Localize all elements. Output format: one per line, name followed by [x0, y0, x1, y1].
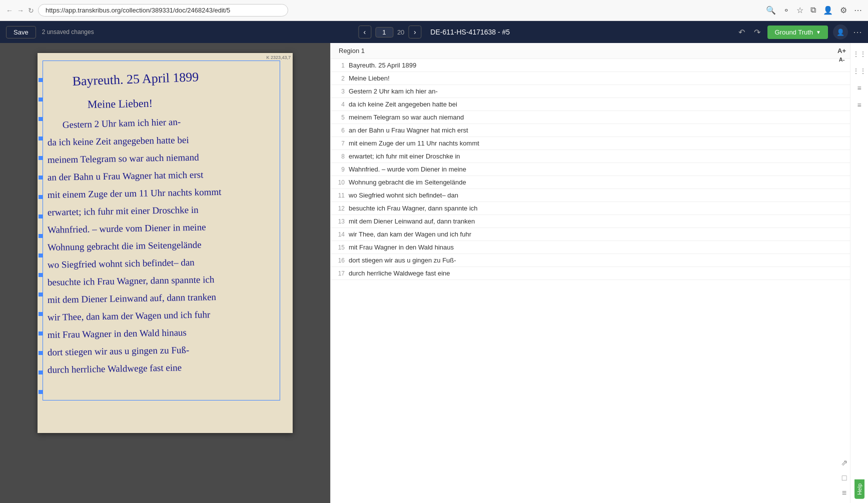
transcription-row[interactable]: 5 meinem Telegram so war auch niemand ⋮⋮ — [331, 111, 868, 124]
line-handle-10[interactable] — [39, 254, 43, 258]
line-handle-1[interactable] — [39, 78, 43, 82]
line-handle-2[interactable] — [39, 98, 43, 102]
line-handle-8[interactable] — [39, 214, 43, 218]
prev-page-button[interactable]: ‹ — [358, 26, 371, 38]
lines-icon-btn-2[interactable]: ≡ — [852, 98, 866, 112]
line-handle-15[interactable] — [39, 351, 43, 355]
redo-button[interactable]: ↷ — [752, 26, 762, 39]
line-text: meinem Telegram so war auch niemand — [349, 114, 849, 121]
line-text: Wohnung gebracht die im Seitengelände — [349, 178, 849, 186]
browser-bar: ← → ↻ https://app.transkribus.org/collec… — [0, 0, 868, 21]
line-handle-11[interactable] — [39, 273, 43, 277]
transcription-row[interactable]: 13 mit dem Diener Leinwand auf, dann tra… — [331, 215, 868, 228]
grid-icon[interactable]: ⧉ — [810, 6, 816, 15]
svg-text:Wohnung gebracht die im Seiten: Wohnung gebracht die im Seitengelände — [48, 240, 202, 252]
doc-title: DE-611-HS-4171638 - #5 — [430, 28, 510, 36]
save-button[interactable]: Save — [6, 26, 36, 38]
back-icon[interactable]: ← — [6, 6, 13, 14]
region-header: Region 1 ⋮⋮ — [331, 43, 868, 59]
line-text: mit Frau Wagner in den Wald hinaus — [349, 244, 849, 251]
forward-icon[interactable]: → — [17, 6, 24, 14]
line-number: 9 — [336, 166, 345, 173]
transcription-list[interactable]: 1 Bayreuth. 25 April 1899 ⋮⋮ 2 Meine Lie… — [331, 59, 868, 503]
svg-text:mit Frau Wagner in den Wald hi: mit Frau Wagner in den Wald hinaus — [48, 327, 187, 340]
line-handle-7[interactable] — [39, 195, 43, 199]
line-number: 7 — [336, 140, 345, 147]
line-number: 12 — [336, 205, 345, 212]
right-panel: A+ A- Region 1 ⋮⋮ 1 Bayreuth. 25 April 1… — [330, 43, 868, 503]
transcription-row[interactable]: 2 Meine Lieben! ⋮⋮ — [331, 72, 868, 85]
svg-text:Wahnfried. – wurde vom Diener : Wahnfried. – wurde vom Diener in meine — [48, 222, 206, 235]
line-text: Bayreuth. 25 April 1899 — [349, 62, 849, 69]
grid-icon-btn-2[interactable]: ⋮⋮ — [852, 64, 866, 78]
line-handle-14[interactable] — [39, 332, 43, 336]
lines-icon-btn-1[interactable]: ≡ — [852, 81, 866, 95]
line-number: 14 — [336, 231, 345, 238]
line-text: da ich keine Zeit angegeben hatte bei — [349, 100, 849, 108]
line-number: 2 — [336, 75, 345, 82]
more-icon[interactable]: ⋯ — [854, 6, 862, 15]
svg-text:Gestern 2 Uhr kam ich hier an-: Gestern 2 Uhr kam ich hier an- — [63, 116, 181, 130]
font-increase-button[interactable]: A+ — [834, 46, 849, 56]
ground-truth-button[interactable]: Ground Truth ▼ — [767, 26, 828, 39]
font-decrease-button[interactable]: A- — [836, 56, 848, 64]
account-icon[interactable]: 👤 — [823, 6, 833, 15]
refresh-icon[interactable]: ↻ — [28, 6, 34, 14]
undo-button[interactable]: ↶ — [736, 26, 747, 39]
line-number: 6 — [336, 127, 345, 134]
transcription-row[interactable]: 9 Wahnfried. – wurde vom Diener in meine… — [331, 163, 868, 176]
line-handle-3[interactable] — [39, 117, 43, 121]
transcription-row[interactable]: 8 erwartet; ich fuhr mit einer Droschke … — [331, 150, 868, 163]
dropdown-arrow-icon: ▼ — [816, 30, 821, 35]
more-options-button[interactable]: ⋯ — [853, 26, 862, 38]
line-handle-9[interactable] — [39, 234, 43, 238]
transcription-row[interactable]: 14 wir Thee, dan kam der Wagen und ich f… — [331, 228, 868, 241]
transcription-row[interactable]: 7 mit einem Zuge der um 11 Uhr nachts ko… — [331, 137, 868, 150]
search-icon[interactable]: 🔍 — [766, 6, 776, 15]
transcription-row[interactable]: 17 durch herrliche Waldwege fast eine ⋮⋮ — [331, 267, 868, 280]
line-number: 8 — [336, 153, 345, 160]
transcription-row[interactable]: 4 da ich keine Zeit angegeben hatte bei … — [331, 98, 868, 111]
user-avatar[interactable]: 👤 — [833, 24, 848, 40]
line-handle-12[interactable] — [39, 292, 43, 296]
profile-icon[interactable]: ⚬ — [783, 6, 789, 15]
line-handle-4[interactable] — [39, 136, 43, 140]
region-title: Region 1 — [339, 47, 365, 54]
line-handle-16[interactable] — [39, 370, 43, 374]
line-text: Gestern 2 Uhr kam ich hier an- — [349, 88, 849, 95]
line-number: 17 — [336, 270, 345, 277]
transcription-row[interactable]: 12 besuchte ich Frau Wagner, dann spannt… — [331, 202, 868, 215]
svg-text:mit dem Diener Leinwand auf, d: mit dem Diener Leinwand auf, dann tranke… — [48, 292, 217, 305]
transcription-row[interactable]: 10 Wohnung gebracht die im Seitengelände… — [331, 176, 868, 189]
line-handle-17[interactable] — [39, 390, 43, 394]
layout-button[interactable]: □ — [840, 472, 848, 484]
line-handle-5[interactable] — [39, 156, 43, 160]
lines-button[interactable]: ≡ — [840, 487, 848, 499]
line-handle-13[interactable] — [39, 312, 43, 316]
toolbar-right: ↶ ↷ Ground Truth ▼ 👤 ⋯ — [736, 24, 862, 40]
svg-text:dort stiegen wir aus u gingen : dort stiegen wir aus u gingen zu Fuß- — [48, 344, 190, 358]
grid-icon-btn-1[interactable]: ⋮⋮ — [852, 47, 866, 61]
transcription-row[interactable]: 11 wo Siegfried wohnt sich befindet– dan… — [331, 189, 868, 202]
url-bar[interactable]: https://app.transkribus.org/collection/3… — [38, 4, 288, 16]
star-icon[interactable]: ☆ — [796, 6, 803, 15]
transcription-row[interactable]: 1 Bayreuth. 25 April 1899 ⋮⋮ — [331, 59, 868, 72]
svg-text:mit einem Zuge der um 11 Uhr n: mit einem Zuge der um 11 Uhr nachts komm… — [48, 186, 222, 200]
transcription-row[interactable]: 6 an der Bahn u Frau Wagner hat mich ers… — [331, 124, 868, 137]
expand-button[interactable]: ⇗ — [839, 456, 849, 469]
extension-icon[interactable]: ⚙ — [840, 6, 847, 15]
page-input[interactable] — [375, 27, 393, 38]
transcription-row[interactable]: 16 dort stiegen wir aus u gingen zu Fuß-… — [331, 254, 868, 267]
line-number: 15 — [336, 244, 345, 251]
transcription-row[interactable]: 15 mit Frau Wagner in den Wald hinaus ⋮⋮ — [331, 241, 868, 254]
line-text: durch herrliche Waldwege fast eine — [349, 270, 849, 277]
app-toolbar: Save 2 unsaved changes ‹ 20 › DE-611-HS-… — [0, 21, 868, 43]
svg-text:wo Siegfried wohnt sich befind: wo Siegfried wohnt sich befindet– dan — [48, 257, 195, 270]
transcription-row[interactable]: 3 Gestern 2 Uhr kam ich hier an- ⋮⋮ — [331, 85, 868, 98]
next-page-button[interactable]: › — [408, 26, 421, 38]
line-handle-6[interactable] — [39, 176, 43, 180]
svg-text:meinem Telegram so war auch ni: meinem Telegram so war auch niemand — [48, 152, 200, 165]
help-tab[interactable]: Help — [854, 480, 864, 499]
doc-viewer[interactable]: K 2323,43,7 — [0, 43, 330, 503]
browser-actions: 🔍 ⚬ ☆ ⧉ 👤 ⚙ ⋯ — [766, 6, 862, 15]
